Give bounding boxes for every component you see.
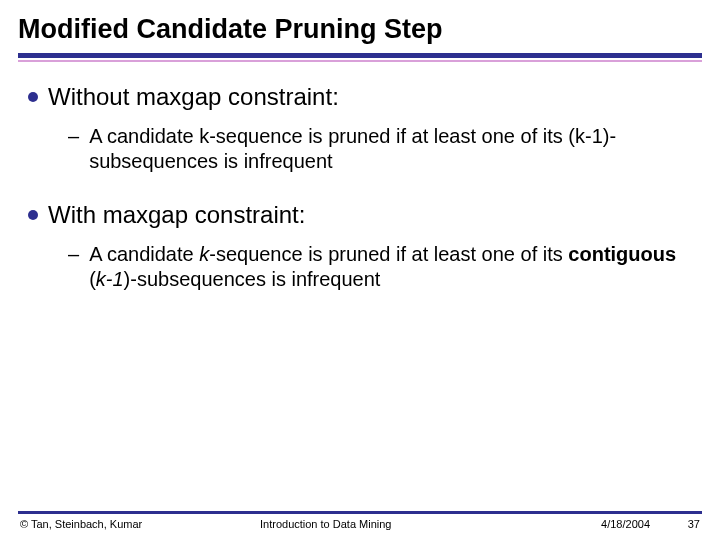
footer: © Tan, Steinbach, Kumar Introduction to … [0,511,720,530]
bullet-2-text: With maxgap constraint: [48,200,305,230]
slide: Modified Candidate Pruning Step Without … [0,0,720,540]
slide-title: Modified Candidate Pruning Step [0,0,720,53]
footer-row: © Tan, Steinbach, Kumar Introduction to … [0,518,720,530]
bullet-1: Without maxgap constraint: [28,82,692,112]
dash-icon: – [68,124,79,149]
content-area: Without maxgap constraint: – A candidate… [0,62,720,292]
bullet-2: With maxgap constraint: [28,200,692,230]
footer-date: 4/18/2004 [550,518,650,530]
title-rule [18,53,702,62]
footer-copyright: © Tan, Steinbach, Kumar [20,518,230,530]
bullet-icon [28,210,38,220]
bullet-1-text: Without maxgap constraint: [48,82,339,112]
subbullet-1: – A candidate k-sequence is pruned if at… [68,124,692,174]
subbullet-1-text: A candidate k-sequence is pruned if at l… [89,124,692,174]
footer-page-number: 37 [650,518,700,530]
subbullet-2: – A candidate k-sequence is pruned if at… [68,242,692,292]
footer-rule [18,511,702,514]
rule-thick [18,53,702,58]
subbullet-2-text: A candidate k-sequence is pruned if at l… [89,242,692,292]
footer-title: Introduction to Data Mining [230,518,550,530]
bullet-icon [28,92,38,102]
dash-icon: – [68,242,79,267]
